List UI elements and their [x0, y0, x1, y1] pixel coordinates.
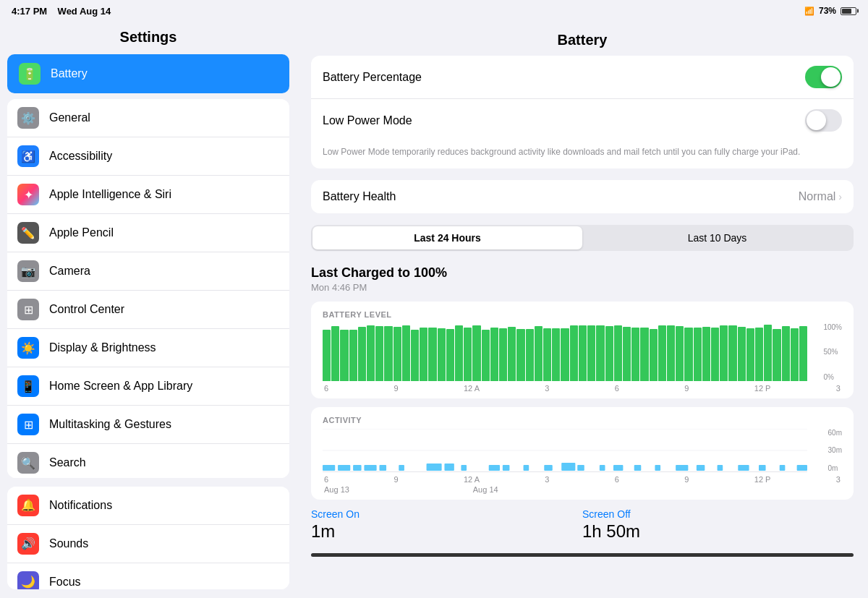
- content-title: Battery: [297, 22, 868, 56]
- battery-health-row[interactable]: Battery Health Normal ›: [311, 180, 854, 213]
- sidebar-item-apple-pencil[interactable]: ✏️ Apple Pencil: [7, 214, 289, 252]
- sidebar-item-focus[interactable]: 🌙 Focus: [7, 563, 289, 589]
- act-x-6: 6: [324, 475, 328, 484]
- sidebar-item-search[interactable]: 🔍 Search: [7, 444, 289, 478]
- battery-bar-item: [640, 328, 648, 380]
- svg-rect-9: [489, 465, 500, 471]
- battery-percentage-label: Battery Percentage: [323, 71, 422, 84]
- camera-icon: 📷: [17, 260, 39, 282]
- sidebar-title: Settings: [0, 22, 297, 54]
- svg-rect-6: [427, 464, 442, 471]
- svg-rect-16: [613, 465, 623, 471]
- toggle-knob-2: [807, 111, 826, 130]
- act-x-6-2: 6: [615, 475, 619, 484]
- battery-label-active: Battery: [51, 67, 88, 80]
- battery-bar-item: [420, 328, 427, 381]
- battery-bar-item: [579, 325, 587, 380]
- y-label-50: 50%: [823, 348, 842, 356]
- status-right: 📶 73%: [804, 6, 856, 16]
- sidebar: Settings 🔋 Battery ⚙️ General ♿ Accessib…: [0, 22, 297, 598]
- sidebar-item-accessibility-label: Accessibility: [49, 150, 112, 163]
- sidebar-item-multitasking[interactable]: ⊞ Multitasking & Gestures: [7, 406, 289, 444]
- svg-rect-18: [655, 465, 660, 471]
- battery-bar-item: [650, 329, 658, 381]
- sidebar-item-battery-active[interactable]: 🔋 Battery: [7, 54, 289, 93]
- battery-bar-item: [438, 328, 446, 381]
- search-icon: 🔍: [17, 452, 39, 474]
- battery-bar-item: [358, 327, 366, 380]
- charged-subtitle: Mon 4:46 PM: [311, 282, 854, 293]
- svg-rect-0: [323, 465, 335, 471]
- x-label-6: 6: [324, 384, 328, 393]
- sidebar-item-focus-label: Focus: [49, 576, 81, 589]
- content-area: Battery Battery Percentage Low Power Mod…: [297, 22, 868, 598]
- low-power-mode-label: Low Power Mode: [323, 114, 412, 127]
- sidebar-item-home-screen-label: Home Screen & App Library: [49, 380, 192, 393]
- battery-bar-item: [799, 326, 807, 381]
- svg-rect-19: [676, 465, 688, 471]
- sidebar-item-control-center[interactable]: ⊞ Control Center: [7, 291, 289, 329]
- battery-bar-item: [411, 330, 419, 380]
- battery-bar-item: [552, 328, 560, 381]
- battery-bar-item: [720, 325, 728, 381]
- svg-rect-17: [634, 465, 642, 471]
- display-brightness-icon: ☀️: [17, 337, 39, 359]
- low-power-description: Low Power Mode temporarily reduces backg…: [311, 142, 854, 168]
- sidebar-item-apple-intelligence-label: Apple Intelligence & Siri: [49, 188, 171, 201]
- activity-y-0: 0m: [828, 464, 842, 472]
- sidebar-item-home-screen[interactable]: 📱 Home Screen & App Library: [7, 367, 289, 406]
- battery-bar-item: [614, 325, 622, 381]
- sidebar-item-apple-intelligence[interactable]: ✦ Apple Intelligence & Siri: [7, 176, 289, 214]
- battery-bar-item: [623, 327, 631, 381]
- sidebar-item-notifications[interactable]: 🔔 Notifications: [7, 487, 289, 525]
- battery-bar-item: [684, 328, 692, 381]
- battery-bar-item: [402, 325, 410, 381]
- battery-bar-item: [676, 326, 684, 381]
- chart-y-axis: 100% 50% 0%: [823, 323, 842, 381]
- screen-usage: Screen On 1m Screen Off 1h 50m: [311, 508, 854, 542]
- battery-percentage-row: Battery Percentage: [311, 56, 854, 99]
- battery-bar-item: [728, 325, 736, 381]
- svg-rect-7: [444, 464, 454, 471]
- svg-rect-22: [738, 465, 749, 471]
- act-x-9-2: 9: [684, 475, 689, 484]
- svg-rect-1: [338, 465, 350, 471]
- x-label-9: 9: [393, 384, 398, 393]
- battery-bar-item: [782, 326, 790, 380]
- battery-percentage-toggle[interactable]: [805, 66, 842, 88]
- x-label-12a: 12 A: [464, 384, 480, 393]
- charged-title: Last Charged to 100%: [311, 265, 854, 281]
- svg-rect-25: [797, 465, 807, 471]
- battery-icon: [841, 7, 856, 15]
- battery-bar-item: [331, 326, 339, 381]
- svg-rect-14: [577, 465, 584, 471]
- focus-icon: 🌙: [17, 571, 39, 589]
- battery-bar-item: [508, 327, 516, 380]
- date-aug14: Aug 14: [473, 485, 498, 494]
- battery-bar-item: [773, 329, 780, 381]
- activity-x-axis: 6 9 12 A 3 6 9 12 P 3: [323, 475, 842, 484]
- activity-chart-wrapper: 60m 30m 0m: [323, 429, 842, 472]
- battery-bar-item: [367, 325, 375, 381]
- activity-y-30: 30m: [828, 446, 842, 454]
- svg-rect-12: [544, 465, 552, 471]
- sidebar-item-control-center-label: Control Center: [49, 303, 124, 316]
- sidebar-item-display-brightness[interactable]: ☀️ Display & Brightness: [7, 329, 289, 367]
- sidebar-item-search-label: Search: [49, 456, 86, 469]
- battery-bar-item: [446, 329, 454, 381]
- act-x-3-2: 3: [836, 475, 841, 484]
- sidebar-item-sounds[interactable]: 🔊 Sounds: [7, 525, 289, 563]
- svg-rect-23: [759, 465, 766, 471]
- battery-bar-item: [340, 330, 348, 380]
- status-time: 4:17 PM: [12, 6, 47, 17]
- sidebar-item-accessibility[interactable]: ♿ Accessibility: [7, 137, 289, 176]
- time-btn-10d[interactable]: Last 10 Days: [582, 226, 852, 249]
- sidebar-item-general[interactable]: ⚙️ General: [7, 99, 289, 137]
- x-label-3-2: 3: [836, 384, 841, 393]
- sidebar-item-camera[interactable]: 📷 Camera: [7, 252, 289, 291]
- svg-rect-5: [399, 465, 404, 471]
- battery-bar-item: [393, 327, 401, 381]
- battery-bar-item: [472, 325, 480, 381]
- time-btn-24h[interactable]: Last 24 Hours: [312, 226, 582, 249]
- low-power-mode-toggle[interactable]: [805, 109, 842, 132]
